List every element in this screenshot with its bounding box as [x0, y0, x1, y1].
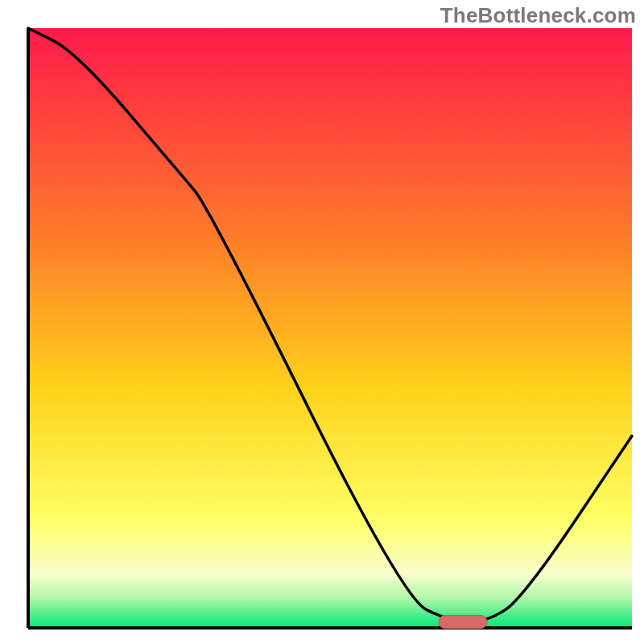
watermark-label: TheBottleneck.com	[440, 3, 636, 28]
chart-svg	[0, 0, 644, 644]
plot-background	[28, 28, 632, 628]
optimal-marker	[439, 615, 487, 628]
bottleneck-chart: TheBottleneck.com	[0, 0, 644, 644]
